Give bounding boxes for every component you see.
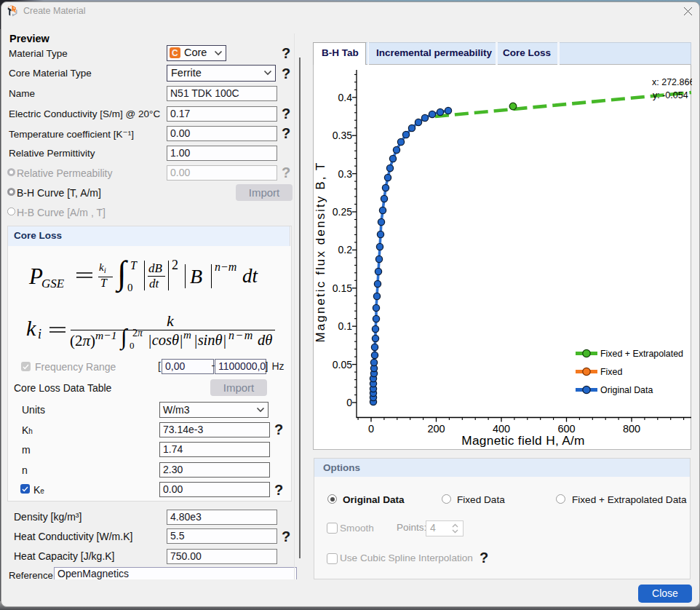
svg-text:Magnetic flux density B, T: Magnetic flux density B, T xyxy=(314,162,327,343)
svg-text:0.35: 0.35 xyxy=(333,130,352,141)
svg-text:0.4: 0.4 xyxy=(338,92,353,103)
svg-text:0.1: 0.1 xyxy=(338,320,353,332)
svg-text:0.3: 0.3 xyxy=(338,168,353,180)
svg-text:0: 0 xyxy=(368,423,374,435)
svg-text:Original Data: Original Data xyxy=(600,385,653,395)
svg-text:Fixed: Fixed xyxy=(600,367,622,377)
svg-text:0.15: 0.15 xyxy=(333,282,352,294)
svg-text:0.2: 0.2 xyxy=(338,244,353,256)
svg-text:Fixed + Extrapolated: Fixed + Extrapolated xyxy=(600,349,683,359)
svg-text:0: 0 xyxy=(346,397,352,408)
svg-text:800: 800 xyxy=(623,423,640,435)
svg-text:0.25: 0.25 xyxy=(333,206,352,218)
svg-text:200: 200 xyxy=(427,423,445,435)
svg-text:x: 272.866: x: 272.866 xyxy=(652,77,692,87)
svg-text:y: -0.054: y: -0.054 xyxy=(653,90,688,100)
svg-text:0.05: 0.05 xyxy=(333,359,352,371)
svg-text:Magnetic field H, A/m: Magnetic field H, A/m xyxy=(461,433,585,448)
